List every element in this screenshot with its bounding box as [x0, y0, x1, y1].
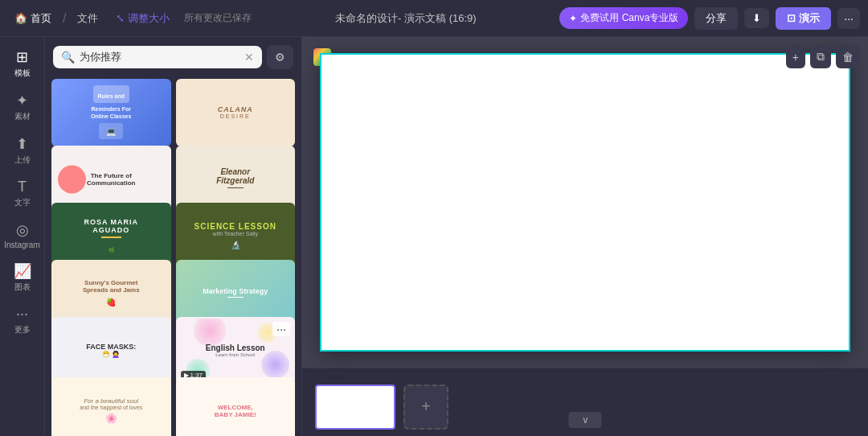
topbar-right: ✦ 免费试用 Canva专业版 分享 ⬇ ⊡ 演示 ··· — [559, 7, 860, 30]
sidebar-item-upload[interactable]: ⬆ 上传 — [3, 130, 42, 171]
template-card-face[interactable]: FACE MASKS: 😷 👩‍🦱 — [51, 317, 171, 385]
sidebar-item-templates[interactable]: ⊞ 模板 — [3, 43, 42, 84]
more-button[interactable]: ··· — [837, 8, 860, 29]
elements-icon: ✦ — [16, 92, 28, 109]
search-input-wrap: 🔍 ✕ — [53, 46, 262, 68]
slide-thumb-container: 1 — [315, 385, 395, 430]
filter-button[interactable]: ⚙ — [267, 45, 293, 69]
resize-icon: ⤡ — [116, 12, 125, 24]
search-bar: 🔍 ✕ ⚙ — [45, 37, 301, 76]
canvas-collapse-button[interactable]: ∨ — [569, 412, 602, 428]
share-button[interactable]: 分享 — [694, 7, 738, 30]
add-slide-button[interactable]: + — [403, 385, 448, 430]
present-button[interactable]: ⊡ 演示 — [776, 7, 831, 30]
download-icon: ⬇ — [752, 12, 761, 24]
present-icon: ⊡ — [787, 12, 796, 24]
slide-canvas[interactable] — [320, 53, 850, 352]
canvas-wrapper: ↻ — [302, 37, 868, 368]
canva-pro-button[interactable]: ✦ 免费试用 Canva专业版 — [559, 7, 688, 29]
file-menu[interactable]: 文件 — [71, 8, 104, 29]
delete-page-button[interactable]: 🗑 — [836, 45, 860, 68]
topbar-title: 未命名的设计- 演示文稿 (16:9) — [258, 11, 553, 26]
search-icon: 🔍 — [61, 51, 75, 64]
sidebar-item-instagram[interactable]: ◎ Instagram — [3, 216, 42, 254]
resize-label: 调整大小 — [128, 11, 170, 26]
file-label: 文件 — [77, 12, 98, 24]
charts-icon: 📈 — [14, 262, 31, 280]
template-card-rules[interactable]: Rules and Reminders For Online Classes 💻 — [51, 79, 171, 146]
canvas-area: + ⧉ 🗑 — [302, 37, 868, 436]
templates-panel: 🔍 ✕ ⚙ Rules and Reminders For Online Cla… — [45, 37, 302, 436]
templates-icon: ⊞ — [16, 48, 28, 66]
resize-button[interactable]: ⤡ 调整大小 — [109, 8, 176, 29]
add-page-button[interactable]: + — [786, 45, 805, 68]
topbar-divider: / — [63, 11, 66, 26]
home-button[interactable]: 🏠 首页 — [8, 8, 58, 29]
home-label: 首页 — [31, 11, 51, 26]
slide-thumb-1[interactable] — [315, 385, 395, 430]
sidebar-item-more[interactable]: ··· 更多 — [3, 301, 42, 340]
text-icon: T — [18, 179, 27, 195]
template-card-calana[interactable]: CALANA DESIRE — [176, 79, 296, 146]
download-button[interactable]: ⬇ — [744, 8, 769, 28]
sidebar-item-charts[interactable]: 📈 图表 — [3, 257, 42, 298]
search-clear-button[interactable]: ✕ — [244, 51, 254, 64]
template-card-english[interactable]: English Lesson Learn from School ▶ 1:37 … — [176, 317, 296, 385]
star-icon: ✦ — [569, 13, 577, 24]
topbar: 🏠 首页 / 文件 ⤡ 调整大小 所有更改已保存 未命名的设计- 演示文稿 (1… — [0, 0, 868, 37]
more-icon: ··· — [16, 306, 28, 323]
template-card-beautiful[interactable]: For a beautiful soul and the happiest of… — [51, 377, 171, 436]
saved-status: 所有更改已保存 — [184, 11, 252, 25]
template-card-welcome[interactable]: WELCOME, BABY JAMIE! — [176, 377, 296, 436]
instagram-icon: ◎ — [16, 221, 29, 239]
upload-icon: ⬆ — [16, 135, 28, 153]
templates-grid: Rules and Reminders For Online Classes 💻… — [45, 76, 301, 436]
main-area: ⊞ 模板 ✦ 素材 ⬆ 上传 T 文字 ◎ Instagram 📈 图表 ···… — [0, 37, 868, 436]
sidebar-item-text[interactable]: T 文字 — [3, 174, 42, 213]
canvas-toolbar: + ⧉ 🗑 — [786, 45, 860, 68]
sidebar-item-elements[interactable]: ✦ 素材 — [3, 87, 42, 127]
sidebar-icons: ⊞ 模板 ✦ 素材 ⬆ 上传 T 文字 ◎ Instagram 📈 图表 ···… — [0, 37, 45, 436]
home-icon: 🏠 — [14, 12, 27, 24]
search-input[interactable] — [80, 51, 240, 64]
duplicate-page-button[interactable]: ⧉ — [810, 45, 831, 68]
topbar-left: 🏠 首页 / 文件 ⤡ 调整大小 所有更改已保存 — [8, 8, 252, 29]
